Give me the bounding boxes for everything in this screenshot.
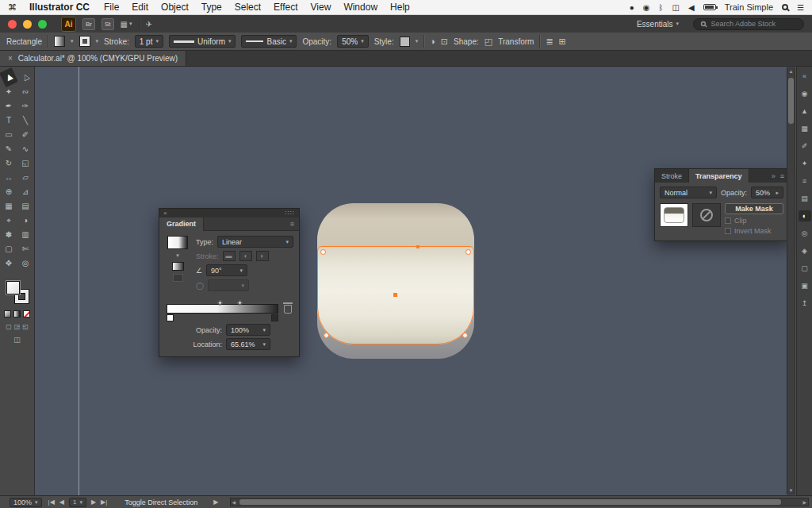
center-anchor-point[interactable] [393,293,397,297]
width-tool[interactable]: ↔ [1,171,17,184]
panel-menu-icon[interactable]: ≡ [290,220,299,228]
gradient-type-select[interactable]: Linear▾ [217,236,293,248]
gradient-swatch-thumbnail[interactable] [167,236,188,249]
last-artboard-icon[interactable]: ▶| [101,498,107,506]
horizontal-scrollbar[interactable]: ◀ ▶ [230,498,809,506]
invert-mask-checkbox[interactable]: Invert Mask [725,227,783,235]
scroll-right-icon[interactable]: ▶ [802,499,806,505]
artboard-tool[interactable]: ▢ [1,242,17,256]
mesh-tool[interactable]: ▦ [1,199,17,213]
clip-checkbox[interactable]: Clip [725,217,783,225]
gradient-location-select[interactable]: 65.61%▾ [226,338,270,350]
close-panel-icon[interactable]: × [163,210,167,217]
hand-tool[interactable]: ✥ [1,256,17,270]
menu-select[interactable]: Select [235,2,261,13]
menu-window[interactable]: Window [343,2,377,13]
caret-down-icon[interactable]: ▾ [96,38,99,44]
caret-down-icon[interactable]: ▾ [71,38,74,44]
expand-panels-icon[interactable]: « [799,71,811,82]
screen-mode-icon[interactable]: ◫ [13,336,21,344]
apple-menu-icon[interactable]: ⌘ [8,2,17,13]
width-profile-select[interactable]: Uniform▾ [169,35,236,48]
magic-wand-tool[interactable]: ✦ [1,85,17,98]
swatches-panel-icon[interactable]: ▦ [799,123,811,134]
panel-grip-icon[interactable]: ∷∷ [285,210,295,217]
options-grid-icon[interactable]: ⊞ [559,37,566,47]
graphic-style-swatch[interactable] [400,37,410,47]
color-guide-panel-icon[interactable]: ▲ [799,106,811,117]
recolor-artwork-icon[interactable]: ◑ [430,37,435,46]
draw-normal-icon[interactable]: ▢ [6,323,12,330]
minimize-window-button[interactable] [23,20,32,29]
none-button[interactable] [23,310,30,318]
notification-center-icon[interactable]: ☰ [797,3,804,12]
scroll-left-icon[interactable]: ◀ [232,499,236,505]
corner-widget-top-right[interactable] [465,249,471,255]
blend-mode-select[interactable]: Normal▾ [660,187,717,198]
paintbrush-tool[interactable]: ✐ [17,128,33,141]
document-tab[interactable]: × Calculator.ai* @ 100% (CMYK/GPU Previe… [0,51,186,66]
corner-widget-bottom-left[interactable] [324,333,329,338]
gradient-opacity-select[interactable]: 100%▾ [226,324,270,336]
transparency-opacity-select[interactable]: 50%▸ [751,187,783,198]
gradient-midpoint-handle[interactable] [237,300,243,306]
shape-builder-tool[interactable]: ⊕ [1,185,17,198]
menu-type[interactable]: Type [201,2,222,13]
opacity-label[interactable]: Opacity: [302,37,331,46]
curvature-tool[interactable]: ✑ [17,99,33,113]
vertical-scrollbar-thumb[interactable] [788,78,794,124]
pencil-tool[interactable]: ✎ [1,142,17,156]
layers-panel-icon[interactable]: ▢ [799,263,811,274]
zoom-tool[interactable]: ◎ [17,256,33,270]
slice-tool[interactable]: ✄ [17,242,33,256]
first-artboard-icon[interactable]: |◀ [48,498,55,506]
rotate-tool[interactable]: ↻ [1,156,17,170]
stroke-panel-icon[interactable]: ≡ [799,175,811,187]
canvas[interactable]: × ∷∷ Gradient ≡ ▾ [35,67,796,495]
appearance-panel-icon[interactable]: ◎ [799,228,811,239]
perspective-grid-tool[interactable]: ⊿ [17,185,33,198]
gradient-fill-proxy[interactable] [172,262,184,271]
stroke-weight-label[interactable]: Stroke: [104,37,129,46]
opacity-select[interactable]: 50%▾ [337,35,369,48]
app-menu[interactable]: Illustrator CC [29,2,90,13]
spotlight-icon[interactable] [782,4,788,10]
smooth-tool[interactable]: ∿ [17,142,33,156]
close-window-button[interactable] [8,20,17,29]
menu-help[interactable]: Help [390,2,410,13]
brush-definition-select[interactable]: Basic▾ [241,35,297,48]
gradient-midpoint-handle[interactable] [217,300,223,306]
transform-link[interactable]: Transform [498,37,534,46]
symbol-sprayer-tool[interactable]: ✽ [1,228,17,241]
gradient-ramp[interactable] [167,304,278,314]
stroke-weight-select[interactable]: 1 pt▾ [135,35,163,48]
menu-object[interactable]: Object [161,2,189,13]
lasso-tool[interactable]: ∾ [17,85,33,98]
color-button[interactable] [4,310,11,318]
corner-widget-bottom-right[interactable] [462,333,468,338]
brushes-panel-icon[interactable]: ✐ [799,140,811,152]
pen-tool[interactable]: ✒ [1,99,17,113]
status-flyout-icon[interactable]: ▶ [213,498,218,506]
fill-color-proxy[interactable] [6,281,20,294]
type-tool[interactable]: T [1,114,17,127]
gradient-tool[interactable]: ▤ [17,199,33,213]
corner-widget-top-left[interactable] [320,249,326,255]
display-icon[interactable]: ◫ [672,3,680,12]
menu-view[interactable]: View [311,2,331,13]
battery-icon[interactable] [703,4,716,10]
column-graph-tool[interactable]: ▥ [17,228,33,241]
gradient-button[interactable] [13,310,21,318]
volume-icon[interactable]: ◀ [688,3,695,12]
horizontal-scrollbar-thumb[interactable] [239,499,781,505]
creative-cloud-icon[interactable]: ◉ [643,3,650,12]
transparency-panel-icon[interactable]: ◐ [799,210,811,221]
symbols-panel-icon[interactable]: ✦ [799,158,811,169]
asset-export-panel-icon[interactable]: ↥ [799,298,811,309]
delete-stop-icon[interactable] [284,305,292,314]
next-artboard-icon[interactable]: ▶ [91,498,96,506]
make-mask-button[interactable]: Make Mask [725,203,783,214]
zoom-window-button[interactable] [38,20,47,29]
tab-transparency[interactable]: Transparency [688,169,749,183]
gradient-stop-white[interactable] [167,314,174,321]
